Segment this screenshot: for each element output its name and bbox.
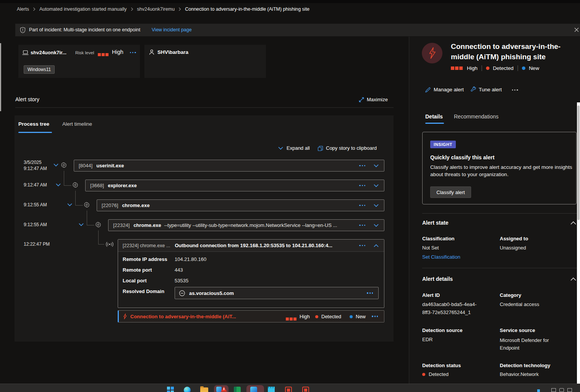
risk-level-label: Risk level	[75, 50, 94, 55]
row-timestamp: 3/5/20259:12:47 AM	[24, 159, 47, 172]
resolved-domain-value[interactable]: as.voracious5.com	[189, 290, 234, 296]
incident-banner: Part of incident: Multi-stage incident o…	[15, 24, 580, 36]
chevron-right-icon	[33, 7, 36, 11]
set-classification-link[interactable]: Set Classification	[422, 254, 460, 260]
gear-icon	[61, 162, 67, 168]
user-card[interactable]: SHV\barbara	[144, 45, 266, 78]
tree-connector	[87, 211, 94, 225]
more-icon[interactable]	[359, 225, 365, 226]
chevron-down-icon[interactable]	[374, 204, 379, 207]
divider	[422, 268, 577, 268]
edge-browser-icon[interactable]	[184, 387, 191, 392]
chevron-down-icon[interactable]	[374, 164, 379, 167]
close-icon[interactable]	[574, 28, 579, 32]
more-icon[interactable]	[372, 316, 378, 317]
defender-app-icon[interactable]	[216, 387, 222, 392]
resolved-domain-box[interactable]: as.voracious5.com	[175, 287, 379, 299]
process-node-explorer[interactable]: [3668] explorer.exe	[85, 180, 384, 191]
device-name[interactable]: shv24uonk7ir...	[31, 50, 66, 55]
more-icon[interactable]	[359, 205, 365, 206]
device-more-icon[interactable]	[130, 52, 136, 53]
calendar-app-icon[interactable]	[268, 387, 275, 392]
insight-badge: INSIGHT	[430, 141, 456, 148]
assigned-to-label: Assigned to	[500, 236, 528, 241]
tune-alert-button[interactable]: Tune alert	[479, 87, 502, 92]
tray-icon[interactable]	[559, 388, 564, 392]
chevron-down-icon[interactable]	[56, 183, 61, 186]
process-node-userinit[interactable]: [8044] userinit.exe	[74, 160, 384, 172]
red-app-icon[interactable]	[302, 387, 309, 392]
tab-recommendations[interactable]: Recommendations	[454, 113, 499, 120]
gear-icon	[95, 222, 101, 228]
lightning-icon	[123, 313, 127, 319]
view-incident-page-link[interactable]: View incident page	[152, 27, 192, 32]
chevron-down-icon[interactable]	[67, 203, 72, 206]
field-label: Resolved Domain	[123, 288, 164, 294]
process-name: userinit.exe	[96, 163, 124, 168]
detected-dot-icon	[422, 373, 425, 376]
tray-icon[interactable]	[567, 388, 572, 392]
chevron-down-icon[interactable]	[374, 184, 379, 187]
status-label: Detected	[321, 314, 341, 319]
state-label: New	[356, 314, 366, 319]
copy-story-button[interactable]: Copy story to clipboard	[326, 145, 377, 151]
detection-technology-value: Behavior.Network	[500, 371, 539, 377]
tree-alert-row[interactable]: Connection to adversary-in-the-middle (A…	[118, 310, 384, 322]
tab-details[interactable]: Details	[425, 113, 443, 120]
incident-banner-text: Part of incident: Multi-stage incident o…	[29, 27, 140, 32]
panel-more-icon[interactable]	[512, 89, 518, 91]
status-label: Detected	[493, 65, 514, 71]
classify-alert-button[interactable]: Classify alert	[430, 186, 471, 198]
more-icon[interactable]	[367, 292, 373, 293]
more-icon[interactable]	[359, 245, 365, 246]
process-node-chrome-utility[interactable]: [22324] chrome.exe --type=utility --util…	[108, 219, 384, 231]
tree-alert-title[interactable]: Connection to adversary-in-the-middle (A…	[130, 314, 236, 319]
process-node-chrome[interactable]: [22076] chrome.exe	[97, 199, 384, 211]
maximize-label[interactable]: Maximize	[367, 97, 388, 102]
state-label: New	[529, 65, 539, 71]
device-card[interactable]: shv24uonk7ir... Risk level High Windows1…	[18, 45, 140, 78]
more-icon[interactable]	[359, 165, 365, 166]
breadcrumb-item-alerts[interactable]: Alerts	[17, 6, 29, 12]
insight-title: Quickly classify this alert	[430, 154, 494, 160]
windows-start-icon[interactable]	[167, 387, 174, 392]
detection-source-label: Detection source	[422, 327, 462, 333]
chevron-up-icon[interactable]	[570, 221, 576, 225]
breadcrumb-item-device[interactable]: shv24uonk7iremu	[137, 6, 175, 12]
row-timestamp: 9:12:55 AM	[24, 222, 47, 227]
left-scrollbar[interactable]	[0, 43, 1, 111]
detected-dot-icon	[315, 315, 318, 318]
manage-alert-button[interactable]: Manage alert	[434, 87, 464, 92]
right-scrollbar[interactable]	[577, 102, 580, 385]
divider	[422, 213, 577, 214]
breadcrumb-item-investigation[interactable]: Automated investigation started manually	[39, 6, 127, 12]
chevron-down-icon[interactable]	[79, 223, 84, 226]
tray-icon[interactable]	[551, 388, 556, 392]
connection-event-box[interactable]: [22324] chrome.exe ... Outbound connecti…	[118, 239, 384, 308]
chevron-up-icon[interactable]	[374, 244, 379, 247]
service-source-label: Service source	[500, 327, 535, 333]
detection-technology-label: Detection technology	[500, 363, 550, 368]
chevron-down-icon[interactable]	[53, 164, 58, 167]
detection-status-value: Detected	[429, 371, 449, 377]
divider	[15, 107, 394, 108]
insight-body: Classify alerts to improve alert accurac…	[430, 164, 572, 178]
scrollbar-thumb[interactable]	[577, 105, 580, 220]
field-label: Remote IP address	[123, 256, 167, 262]
tab-alert-timeline[interactable]: Alert timeline	[62, 121, 92, 127]
tab-process-tree[interactable]: Process tree	[18, 121, 49, 127]
power-automate-icon[interactable]	[250, 387, 257, 392]
expand-all-button[interactable]: Expand all	[287, 145, 310, 151]
file-explorer-icon[interactable]	[200, 387, 208, 392]
chevron-up-icon[interactable]	[570, 277, 576, 281]
chevron-down-icon[interactable]	[374, 224, 379, 227]
red-app-icon[interactable]	[285, 387, 292, 392]
more-icon[interactable]	[359, 185, 365, 186]
process-pid: [22076]	[102, 202, 118, 208]
insight-card: INSIGHT Quickly classify this alert Clas…	[422, 132, 577, 204]
maximize-icon[interactable]	[359, 97, 364, 102]
severity-squares	[286, 315, 297, 322]
tray-blue-icon[interactable]	[537, 389, 540, 392]
user-name[interactable]: SHV\barbara	[157, 49, 188, 55]
excel-icon[interactable]	[234, 387, 241, 392]
